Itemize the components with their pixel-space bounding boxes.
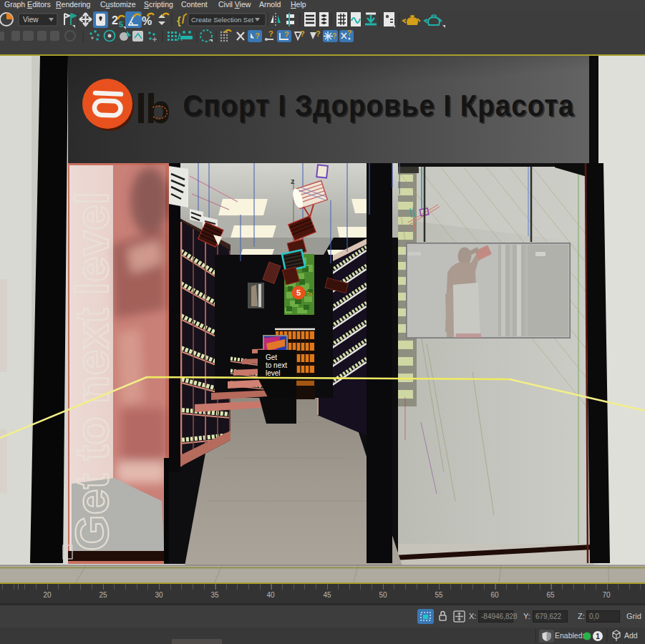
svg-text:?: ? bbox=[300, 29, 305, 38]
svg-text:5: 5 bbox=[296, 288, 301, 297]
svg-text:5х: 5х bbox=[307, 291, 313, 296]
svg-text:?: ? bbox=[332, 32, 336, 40]
svg-text:Спорт I Здоровье I Красота: Спорт I Здоровье I Красота bbox=[183, 88, 575, 123]
svg-text:level: level bbox=[266, 369, 281, 377]
svg-text:Get: Get bbox=[266, 353, 277, 361]
svg-text:%: % bbox=[142, 15, 152, 27]
svg-text:5: 5 bbox=[119, 20, 123, 29]
svg-text:View: View bbox=[23, 16, 39, 24]
svg-text:z: z bbox=[291, 177, 295, 185]
svg-text:?: ? bbox=[268, 29, 273, 38]
svg-text:?: ? bbox=[284, 30, 289, 39]
svg-text:?: ? bbox=[316, 29, 321, 38]
svg-text:?: ? bbox=[347, 29, 351, 37]
svg-text:Get to next level: Get to next level bbox=[66, 192, 118, 551]
svg-text:to next: to next bbox=[266, 361, 287, 369]
svg-text:Create Selection Set: Create Selection Set bbox=[191, 16, 253, 24]
svg-text:2: 2 bbox=[112, 14, 118, 26]
svg-text:1: 1 bbox=[596, 633, 600, 640]
svg-text:?: ? bbox=[255, 31, 260, 40]
svg-text:{: { bbox=[177, 14, 181, 26]
